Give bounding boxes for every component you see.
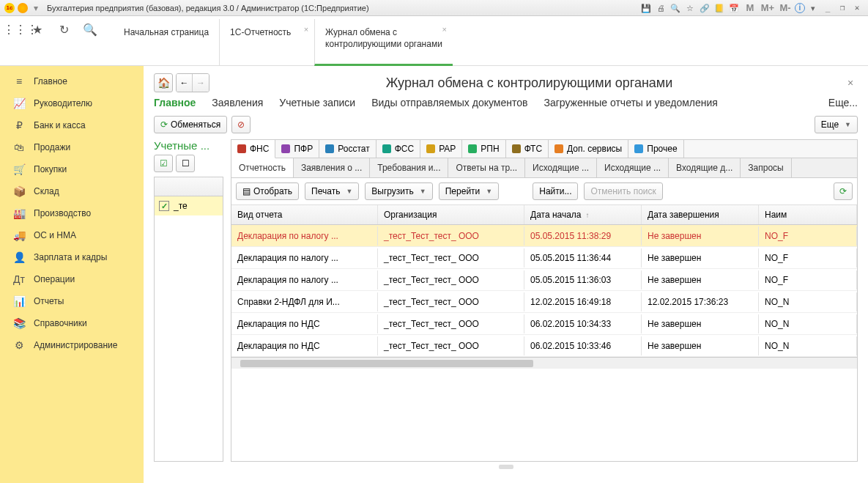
home-button[interactable]: 🏠 (154, 73, 173, 92)
sidebar-item-manager[interactable]: 📈Руководителю (0, 92, 144, 114)
subnav-loaded[interactable]: Загруженные отчеты и уведомления (544, 97, 718, 108)
uncheck-all-button[interactable]: ☐ (176, 155, 195, 172)
purchases-icon: 🛒 (13, 163, 25, 175)
col-type[interactable]: Вид отчета (231, 205, 378, 224)
window-minimize[interactable]: _ (821, 2, 834, 14)
goto-button[interactable]: Перейти▼ (439, 182, 499, 200)
sidebar-item-purchases[interactable]: 🛒Покупки (0, 158, 144, 180)
agency-tab[interactable]: Росстат (319, 140, 376, 158)
print-button[interactable]: Печать▼ (305, 182, 359, 200)
favorite-icon[interactable]: ☆ (683, 2, 697, 14)
cell-name: NO_F (759, 248, 857, 268)
agency-tab[interactable]: ФСС (376, 140, 420, 158)
horizontal-scrollbar[interactable] (231, 357, 857, 369)
print-icon[interactable]: 🖨 (654, 2, 667, 14)
agency-tab[interactable]: РАР (420, 140, 462, 158)
category-tab[interactable]: Входящие д... (669, 158, 741, 177)
category-tab[interactable]: Исходящие ... (597, 158, 669, 177)
sidebar-item-warehouse[interactable]: 📦Склад (0, 180, 144, 202)
sidebar-item-production[interactable]: 🏭Производство (0, 202, 144, 224)
find-button[interactable]: Найти... (533, 182, 578, 200)
col-start[interactable]: Дата начала↑ (524, 205, 642, 224)
col-org[interactable]: Организация (378, 205, 524, 224)
subnav-more[interactable]: Еще... (828, 97, 858, 108)
subnav-main[interactable]: Главное (154, 97, 196, 108)
save-icon[interactable]: 💾 (639, 2, 653, 14)
table-row[interactable]: Декларация по налогу ..._тест_Тест_тест_… (231, 247, 857, 269)
category-tab[interactable]: Ответы на тр... (448, 158, 525, 177)
col-name[interactable]: Наим (759, 205, 857, 224)
close-icon[interactable]: × (442, 25, 446, 34)
sidebar-item-reports[interactable]: 📊Отчеты (0, 290, 144, 312)
agency-tab[interactable]: ФНС (231, 140, 275, 158)
agency-tab[interactable]: Прочее (628, 140, 683, 158)
subnav-accounts[interactable]: Учетные записи (279, 97, 355, 108)
sidebar-item-refs[interactable]: 📚Справочники (0, 312, 144, 334)
subnav-doctypes[interactable]: Виды отправляемых документов (371, 97, 527, 108)
memory-m[interactable]: М (742, 2, 758, 14)
sidebar-item-label: Руководителю (34, 98, 92, 108)
memory-mplus[interactable]: M+ (760, 2, 776, 14)
form-mode-button[interactable]: ⊘ (231, 116, 251, 133)
sidebar-item-bank[interactable]: ₽Банк и касса (0, 114, 144, 136)
more-button[interactable]: Еще ▼ (815, 116, 858, 133)
tab-exchange-journal[interactable]: Журнал обмена с контролирующими органами… (314, 19, 453, 66)
sidebar-item-label: ОС и НМА (34, 230, 76, 240)
back-button[interactable]: ← (177, 74, 193, 92)
warehouse-icon: 📦 (13, 185, 25, 197)
window-restore[interactable]: ❐ (836, 2, 849, 14)
list-item[interactable]: ✓ _те (155, 196, 223, 215)
calendar-icon[interactable]: 📅 (727, 2, 741, 14)
filter-button[interactable]: ▤ Отобрать (236, 182, 299, 200)
table-row[interactable]: Декларация по НДС_тест_Тест_тест_ ООО06.… (231, 335, 857, 357)
calculator-icon[interactable]: 📒 (713, 2, 726, 14)
category-tab[interactable]: Запросы (741, 158, 791, 177)
preview-icon[interactable]: 🔍 (669, 2, 682, 14)
sidebar-item-main[interactable]: ≡Главное (0, 70, 144, 92)
checkbox-icon[interactable]: ✓ (159, 201, 169, 211)
table-row[interactable]: Декларация по налогу ..._тест_Тест_тест_… (231, 225, 857, 247)
resize-handle[interactable] (499, 465, 513, 469)
forward-button[interactable]: → (193, 74, 209, 92)
refresh-grid-button[interactable]: ⟳ (834, 182, 853, 200)
subnav-requests[interactable]: Заявления (212, 97, 263, 108)
agency-tab[interactable]: ПФР (275, 140, 319, 158)
tab-1c-report[interactable]: 1С-Отчетность × (219, 19, 314, 66)
star-tool-icon[interactable]: ★ (29, 22, 45, 38)
tab-home[interactable]: Начальная страница (114, 19, 219, 66)
sidebar-item-admin[interactable]: ⚙Администрирование (0, 334, 144, 356)
category-tab[interactable]: Исходящие ... (525, 158, 597, 177)
scrollbar-thumb[interactable] (240, 360, 533, 367)
account-label: _те (174, 201, 188, 211)
sidebar-item-operations[interactable]: ДтОперации (0, 268, 144, 290)
sidebar-item-sales[interactable]: 🛍Продажи (0, 136, 144, 158)
apps-icon[interactable]: ⋮⋮⋮ (3, 22, 19, 38)
export-button[interactable]: Выгрузить▼ (365, 182, 432, 200)
col-end[interactable]: Дата завершения (642, 205, 759, 224)
exchange-button[interactable]: ⟳ Обменяться (154, 116, 227, 133)
info-dropdown-icon[interactable]: ▾ (806, 2, 820, 14)
search-icon[interactable]: 🔍 (82, 22, 98, 38)
sidebar-item-assets[interactable]: 🚚ОС и НМА (0, 224, 144, 246)
info-icon[interactable]: i (795, 3, 805, 13)
memory-mminus[interactable]: M- (777, 2, 793, 14)
link-icon[interactable]: 🔗 (698, 2, 711, 14)
category-tab[interactable]: Отчетность (231, 158, 294, 177)
table-row[interactable]: Справки 2-НДФЛ для И..._тест_Тест_тест_ … (231, 291, 857, 313)
agency-tab[interactable]: РПН (462, 140, 505, 158)
category-tab[interactable]: Требования и... (370, 158, 448, 177)
check-all-button[interactable]: ☑ (154, 155, 173, 172)
category-tab[interactable]: Заявления о ... (294, 158, 370, 177)
agency-tab[interactable]: ФТС (506, 140, 549, 158)
window-close[interactable]: ✕ (850, 2, 864, 14)
sidebar: ≡Главное📈Руководителю₽Банк и касса🛍Прода… (0, 66, 144, 483)
page-close-button[interactable]: × (843, 77, 858, 89)
table-row[interactable]: Декларация по налогу ..._тест_Тест_тест_… (231, 269, 857, 291)
sidebar-item-hr[interactable]: 👤Зарплата и кадры (0, 246, 144, 268)
dropdown-arrow-icon[interactable]: ▾ (31, 3, 41, 13)
quick-tools: ⋮⋮⋮ ★ ↻ 🔍 (0, 16, 114, 65)
agency-tab[interactable]: Доп. сервисы (549, 140, 628, 158)
close-icon[interactable]: × (304, 25, 308, 34)
history-icon[interactable]: ↻ (56, 22, 72, 38)
table-row[interactable]: Декларация по НДС_тест_Тест_тест_ ООО06.… (231, 313, 857, 335)
